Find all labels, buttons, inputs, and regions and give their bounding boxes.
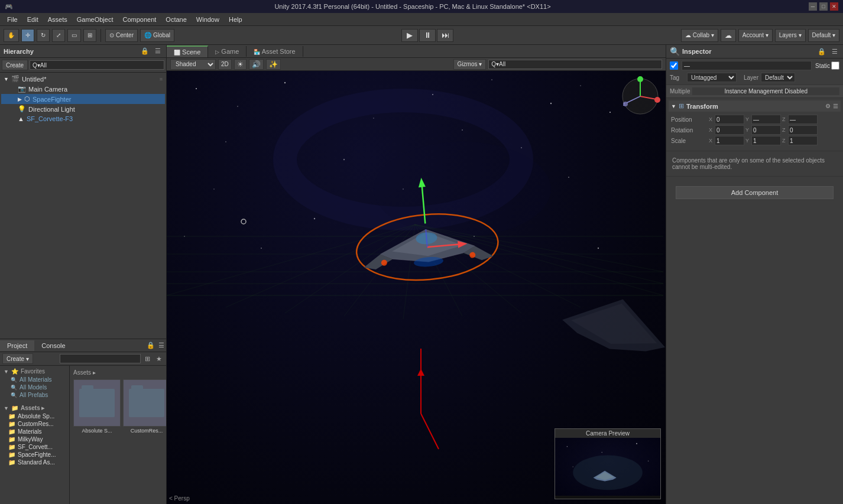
tool-move[interactable]: ✛ [21, 29, 34, 42]
asset-thumb-absolute [73, 379, 121, 427]
svg-point-19 [314, 218, 315, 219]
hierarchy-create-button[interactable]: Create [2, 60, 28, 70]
step-button[interactable]: ⏭ [437, 29, 453, 42]
svg-point-8 [373, 118, 374, 119]
folder-customres[interactable]: 📁 CustomRes... [1, 420, 68, 428]
collab-button[interactable]: ☁ Collab ▾ [681, 29, 718, 42]
transform-settings[interactable]: ⚙ [825, 103, 831, 109]
menu-file[interactable]: File [2, 15, 22, 24]
layers-button[interactable]: Layers ▾ [775, 29, 806, 42]
menu-gameobject[interactable]: GameObject [72, 15, 118, 24]
tool-rotate[interactable]: ↻ [37, 29, 50, 42]
menu-octane[interactable]: Octane [161, 15, 191, 24]
scale-z-field[interactable] [788, 136, 818, 145]
hier-item-corvette[interactable]: ▲ SF_Corvette-F3 [1, 114, 165, 123]
rotation-x-field[interactable] [715, 125, 744, 135]
static-checkbox[interactable] [831, 61, 839, 70]
folder-milkyway[interactable]: 📁 MilkyWay [1, 435, 68, 443]
hier-item-maincamera[interactable]: 📷 Main Camera [1, 84, 165, 94]
multi-edit-note: Components that are only on some of the … [670, 155, 839, 173]
project-filter-button[interactable]: ⊞ [143, 355, 152, 363]
add-component-button[interactable]: Add Component [676, 186, 834, 199]
minimize-button[interactable]: ─ [809, 2, 817, 11]
object-name-field[interactable] [682, 61, 812, 70]
tool-scale[interactable]: ⤢ [52, 29, 65, 42]
folder-standard[interactable]: 📁 Standard As... [1, 459, 68, 466]
scene-tab-game[interactable]: ▷ Game [208, 46, 247, 57]
sc-z-label: Z [782, 138, 787, 144]
pos-x-label: X [709, 116, 714, 122]
scale-x-field[interactable] [715, 136, 744, 145]
lighting-button[interactable]: ☀ [234, 59, 247, 70]
folder-materials[interactable]: 📁 Materials [1, 428, 68, 435]
project-tab[interactable]: Project [0, 340, 34, 351]
tool-hand[interactable]: ✋ [4, 29, 19, 42]
scale-y-field[interactable] [751, 136, 781, 145]
tag-select[interactable]: Untagged MainCamera [687, 73, 737, 82]
active-toggle[interactable] [670, 61, 678, 70]
folder-sfcorvette[interactable]: 📁 SF_Corvett... [1, 443, 68, 451]
rotation-z-field[interactable] [788, 125, 818, 135]
menu-edit[interactable]: Edit [22, 15, 43, 24]
tool-rect[interactable]: ▭ [67, 29, 81, 42]
fav-models-label: All Models [20, 384, 47, 391]
folder-spacefighter[interactable]: 📁 SpaceFighte... [1, 451, 68, 459]
inspector-menu-button[interactable]: ☰ [830, 47, 839, 56]
layer-select[interactable]: Default UI [761, 73, 795, 82]
hierarchy-search-input[interactable] [30, 60, 164, 70]
fav-all-prefabs[interactable]: 🔍 All Prefabs [1, 391, 68, 399]
console-tab[interactable]: Console [34, 340, 72, 351]
scene-tab-scene[interactable]: ⬜ Scene [167, 45, 208, 57]
menu-assets[interactable]: Assets [43, 15, 72, 24]
hier-item-dirlight[interactable]: 💡 Directional Light [1, 104, 165, 114]
shading-dropdown[interactable]: Shaded Wireframe [170, 59, 216, 70]
transform-header[interactable]: ▼ ⊞ Transform ⚙ ☰ [669, 100, 841, 112]
position-y-field[interactable] [751, 115, 781, 124]
account-button[interactable]: Account ▾ [738, 29, 773, 42]
hierarchy-menu-button[interactable]: ☰ [153, 47, 163, 56]
project-create-button[interactable]: Create ▾ [2, 353, 33, 364]
menu-window[interactable]: Window [192, 15, 224, 24]
menu-component[interactable]: Component [118, 15, 161, 24]
gizmos-button[interactable]: Gizmos ▾ [453, 59, 487, 70]
position-z-field[interactable] [788, 115, 818, 124]
fav-expand: ▼ [4, 369, 9, 375]
play-button[interactable]: ▶ [401, 29, 418, 42]
pos-y-label: Y [745, 116, 750, 122]
maximize-button[interactable]: □ [819, 2, 828, 11]
asset-item-customres[interactable]: CustomRes... [123, 379, 166, 434]
effects-button[interactable]: ✨ [266, 59, 281, 70]
fav-all-models[interactable]: 🔍 All Models [1, 383, 68, 391]
rotation-y-field[interactable] [751, 125, 781, 135]
assets-section-header[interactable]: ▼ 📁 Assets ▸ [1, 404, 68, 412]
global-button[interactable]: 🌐 Global [140, 29, 174, 42]
project-lock-button[interactable]: 🔒 [145, 341, 157, 350]
asset-item-absolute[interactable]: Absolute S... [73, 379, 121, 434]
project-search-input[interactable] [60, 354, 141, 363]
scene-search-input[interactable] [488, 60, 662, 69]
svg-point-15 [343, 159, 345, 160]
pause-button[interactable]: ⏸ [419, 29, 436, 42]
audio-button[interactable]: 🔊 [249, 59, 264, 70]
layout-button[interactable]: Default ▾ [808, 29, 839, 42]
scene-tab-assetstore[interactable]: 🏪 Asset Store [247, 46, 303, 57]
transform-menu[interactable]: ☰ [833, 103, 838, 109]
cloud-button[interactable]: ☁ [721, 29, 736, 42]
center-button[interactable]: ⊙ Center [105, 29, 138, 42]
close-button[interactable]: ✕ [830, 2, 838, 11]
hierarchy-search-bar: Create [0, 58, 166, 73]
menu-help[interactable]: Help [224, 15, 247, 24]
fav-all-materials[interactable]: 🔍 All Materials [1, 376, 68, 383]
folder-absolute[interactable]: 📁 Absolute Sp... [1, 412, 68, 420]
project-menu-button[interactable]: ☰ [157, 341, 166, 350]
inspector-lock-button[interactable]: 🔒 [816, 47, 828, 56]
project-search-toolbar: Create ▾ ⊞ ★ [0, 352, 166, 366]
2d-button[interactable]: 2D [218, 59, 232, 70]
tool-transform[interactable]: ⊞ [83, 29, 96, 42]
scene-viewport[interactable]: < Persp Y X Z [167, 71, 666, 504]
hier-item-untitled[interactable]: ▼ 🎬 Untitled* ≡ [1, 74, 165, 84]
position-x-field[interactable] [715, 115, 744, 124]
project-star-button[interactable]: ★ [154, 355, 164, 363]
hier-item-spacefighter[interactable]: ▶ ⬡ SpaceFighter [1, 94, 165, 104]
hierarchy-lock-button[interactable]: 🔒 [139, 47, 151, 56]
